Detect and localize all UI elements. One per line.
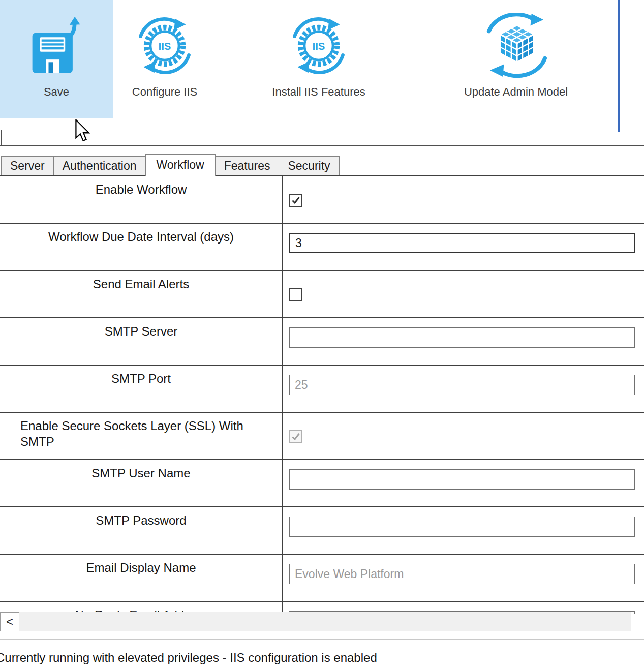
- field-label-cell: SMTP Port: [0, 366, 283, 412]
- tab-features[interactable]: Features: [216, 156, 279, 175]
- field-control-cell: [283, 176, 644, 223]
- field-label-cell: Email Display Name: [0, 555, 283, 601]
- form-row: Email Display Name: [0, 555, 644, 602]
- field-control-cell: [283, 460, 644, 506]
- tab-authentication[interactable]: Authentication: [53, 156, 145, 175]
- cube-refresh-icon: [481, 10, 551, 81]
- field-control-cell: [283, 555, 644, 601]
- form-row: Workflow Due Date Interval (days): [0, 224, 644, 271]
- field-label-cell: Workflow Due Date Interval (days): [0, 224, 283, 270]
- field-label: Enable Secure Sockets Layer (SSL) With S…: [20, 418, 262, 449]
- field-label: Email Display Name: [86, 560, 196, 575]
- mouse-cursor: [75, 119, 93, 142]
- input-smtp-password[interactable]: [289, 517, 635, 537]
- install-iis-features-button[interactable]: IIS Install IIS Features: [260, 0, 377, 118]
- ribbon-group-separator: [618, 0, 620, 132]
- field-label-cell: Send Email Alerts: [0, 271, 283, 317]
- field-label-cell: SMTP User Name: [0, 460, 283, 506]
- field-label: Enable Workflow: [96, 181, 187, 197]
- field-control-cell: [283, 507, 644, 554]
- form-row: SMTP User Name: [0, 460, 644, 507]
- checkbox-enable-workflow[interactable]: [289, 194, 302, 207]
- save-button[interactable]: Save: [0, 0, 113, 118]
- field-label: SMTP Password: [96, 512, 186, 528]
- scrollbar-track[interactable]: [19, 612, 631, 631]
- input-smtp-server[interactable]: [289, 327, 635, 348]
- tab-bar: Server Authentication Workflow Features …: [0, 154, 644, 175]
- window-left-edge: [1, 130, 2, 145]
- field-label: SMTP Server: [105, 323, 178, 339]
- checkbox-enable-secure-sockets-layer-ssl-with-smtp: [289, 430, 302, 443]
- field-label: SMTP Port: [111, 371, 171, 386]
- input-workflow-due-date-interval-days[interactable]: [289, 233, 635, 253]
- field-control-cell: [283, 366, 644, 412]
- save-button-label: Save: [44, 85, 69, 99]
- tab-server[interactable]: Server: [1, 156, 53, 175]
- form-row: SMTP Port: [0, 366, 644, 413]
- iis-gear-icon: IIS: [133, 10, 197, 81]
- field-control-cell: [283, 413, 644, 459]
- scroll-left-arrow-icon: <: [6, 616, 13, 628]
- field-label-cell: Enable Workflow: [0, 176, 283, 223]
- configure-iis-button[interactable]: IIS Configure IIS: [114, 0, 216, 118]
- field-label: Send Email Alerts: [93, 276, 189, 292]
- iis-gear-icon: IIS: [287, 10, 351, 81]
- field-control-cell: [283, 271, 644, 317]
- save-floppy-icon: [28, 10, 85, 81]
- tab-security[interactable]: Security: [279, 156, 339, 175]
- status-bar: Currently running with elevated privileg…: [0, 639, 644, 665]
- input-smtp-user-name[interactable]: [289, 469, 635, 490]
- configure-iis-button-label: Configure IIS: [132, 85, 197, 99]
- field-label: SMTP User Name: [91, 465, 190, 481]
- update-admin-model-button-label: Update Admin Model: [464, 85, 568, 99]
- form-row: SMTP Password: [0, 507, 644, 555]
- horizontal-scrollbar[interactable]: <: [0, 612, 631, 631]
- field-label-cell: SMTP Password: [0, 507, 283, 554]
- field-label-cell: Enable Secure Sockets Layer (SSL) With S…: [0, 413, 283, 459]
- field-control-cell: [283, 224, 644, 270]
- field-control-cell: [283, 318, 644, 365]
- form-row: Send Email Alerts: [0, 271, 644, 318]
- form-row: SMTP Server: [0, 318, 644, 366]
- field-label-cell: SMTP Server: [0, 318, 283, 365]
- field-label: Workflow Due Date Interval (days): [48, 229, 234, 245]
- toolbar: Save IIS Configure IIS: [0, 0, 644, 146]
- form-row: Enable Secure Sockets Layer (SSL) With S…: [0, 413, 644, 460]
- status-message: Currently running with elevated privileg…: [0, 651, 377, 665]
- install-iis-features-button-label: Install IIS Features: [272, 85, 365, 99]
- input-email-display-name[interactable]: [289, 564, 635, 584]
- svg-text:IIS: IIS: [159, 41, 171, 52]
- tab-workflow[interactable]: Workflow: [145, 154, 216, 176]
- workflow-settings-form: Enable WorkflowWorkflow Due Date Interva…: [0, 175, 644, 614]
- svg-text:IIS: IIS: [313, 41, 325, 52]
- scroll-left-button[interactable]: <: [0, 612, 19, 631]
- input-smtp-port[interactable]: [289, 375, 635, 395]
- form-row: Enable Workflow: [0, 176, 644, 224]
- update-admin-model-button[interactable]: Update Admin Model: [452, 0, 579, 118]
- checkbox-send-email-alerts[interactable]: [289, 288, 302, 301]
